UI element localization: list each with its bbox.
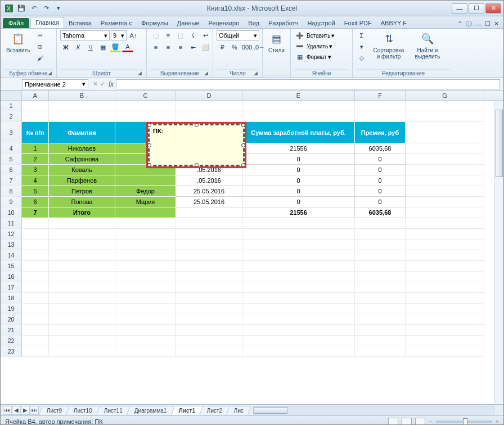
cell[interactable] [355, 250, 406, 261]
cell[interactable] [22, 346, 49, 357]
resize-handle[interactable] [147, 143, 151, 147]
cell[interactable] [242, 293, 355, 304]
cell[interactable] [22, 229, 49, 239]
cell[interactable] [176, 250, 242, 261]
wb-minimize-icon[interactable]: — [475, 21, 482, 28]
th-salary[interactable]: Сумма заработной платы, руб. [242, 122, 355, 143]
font-size-combo[interactable]: 9▾ [111, 30, 127, 40]
tab-abbyy[interactable]: ABBYY F [376, 18, 411, 28]
qat-dropdown-icon[interactable]: ▾ [53, 3, 64, 13]
sheet-tab[interactable]: Диаграмма1 [127, 406, 174, 415]
align-top-icon[interactable]: ⬚ [150, 30, 161, 40]
border-icon[interactable]: ▦ [97, 42, 109, 52]
cell[interactable] [22, 261, 49, 272]
cell[interactable] [355, 261, 406, 272]
cell[interactable] [176, 272, 242, 282]
vertical-scrollbar[interactable] [494, 101, 503, 404]
fx-icon[interactable]: fx [109, 80, 114, 88]
align-mid-icon[interactable]: ≡ [163, 30, 174, 40]
cell[interactable] [355, 325, 406, 336]
tab-review[interactable]: Рецензиро [204, 18, 244, 28]
resize-handle[interactable] [147, 123, 151, 127]
paste-button[interactable]: 📋 Вставить [4, 30, 32, 55]
cell[interactable] [49, 218, 115, 229]
ribbon-minimize-icon[interactable]: ⌃ [457, 20, 462, 28]
cell[interactable] [49, 325, 115, 336]
help-icon[interactable]: ⓘ [466, 20, 472, 28]
italic-icon[interactable]: К [73, 42, 84, 52]
number-format-combo[interactable]: Общий▾ [217, 30, 259, 40]
cell[interactable] [49, 239, 115, 250]
percent-icon[interactable]: % [229, 42, 240, 52]
align-left-icon[interactable]: ≡ [150, 42, 161, 52]
format-cells-icon[interactable]: ▦ [294, 52, 305, 62]
delete-cells-icon[interactable]: ➖ [294, 41, 305, 51]
row-header[interactable]: 21 [1, 325, 22, 336]
find-select-button[interactable]: 🔍 Найти и выделить [410, 30, 445, 61]
cell[interactable] [115, 261, 176, 272]
tab-nav-prev-icon[interactable]: ◀ [12, 406, 21, 415]
cancel-icon[interactable]: ✕ [93, 80, 98, 88]
cell[interactable] [22, 282, 49, 293]
orientation-icon[interactable]: ⤹ [187, 30, 199, 40]
row-header[interactable]: 19 [1, 304, 22, 314]
cell[interactable] [176, 261, 242, 272]
sheet-tab[interactable]: Лис [226, 406, 251, 415]
cell[interactable] [176, 218, 242, 229]
insert-cells-icon[interactable]: ➕ [294, 30, 305, 40]
cell[interactable] [49, 282, 115, 293]
cell[interactable] [406, 282, 484, 293]
cell[interactable] [406, 250, 484, 261]
autosum-icon[interactable]: Σ [356, 30, 367, 40]
wb-close-icon[interactable]: ✕ [494, 20, 499, 28]
cell[interactable] [115, 336, 176, 346]
row-header[interactable]: 3 [1, 122, 22, 143]
cell[interactable] [242, 218, 355, 229]
zoom-in-icon[interactable]: + [496, 418, 499, 425]
cell[interactable] [22, 239, 49, 250]
tab-home[interactable]: Главная [30, 17, 64, 28]
resize-handle[interactable] [241, 123, 245, 127]
cell[interactable] [22, 250, 49, 261]
align-right-icon[interactable]: ≡ [175, 42, 186, 52]
tab-nav-last-icon[interactable]: ⏭ [30, 406, 39, 415]
cell[interactable] [355, 282, 406, 293]
save-icon[interactable]: 💾 [16, 3, 26, 13]
cell[interactable] [242, 314, 355, 325]
cell[interactable] [406, 293, 484, 304]
row-header[interactable]: 7 [1, 175, 22, 186]
cell[interactable] [355, 346, 406, 357]
cell[interactable] [115, 314, 176, 325]
tab-developer[interactable]: Разработч [264, 18, 303, 28]
col-header[interactable]: B [49, 91, 115, 100]
col-header[interactable]: C [115, 91, 176, 100]
tab-layout[interactable]: Разметка с [96, 18, 137, 28]
cell[interactable] [49, 336, 115, 346]
row-header[interactable]: 15 [1, 261, 22, 272]
tab-nav-first-icon[interactable]: ⏮ [3, 406, 12, 415]
bold-icon[interactable]: Ж [60, 42, 71, 52]
minimize-button[interactable]: — [452, 3, 467, 13]
currency-icon[interactable]: ₽ [217, 42, 228, 52]
row-header[interactable]: 2 [1, 111, 22, 122]
align-bot-icon[interactable]: ⬚ [175, 30, 186, 40]
cell[interactable] [49, 272, 115, 282]
cell[interactable] [406, 304, 484, 314]
sheet-tab[interactable]: Лист2 [199, 406, 230, 415]
cell[interactable] [242, 272, 355, 282]
cell[interactable] [242, 282, 355, 293]
cell[interactable] [406, 346, 484, 357]
launcher-icon[interactable]: ◢ [46, 70, 53, 77]
cell[interactable] [22, 218, 49, 229]
maximize-button[interactable]: ☐ [469, 3, 484, 13]
resize-handle[interactable] [147, 163, 151, 167]
cell[interactable] [115, 304, 176, 314]
cell[interactable] [49, 250, 115, 261]
cell[interactable] [176, 314, 242, 325]
wrap-text-icon[interactable]: ↩ [200, 30, 211, 40]
cell[interactable] [242, 325, 355, 336]
cell[interactable] [115, 250, 176, 261]
cell[interactable] [242, 239, 355, 250]
cell[interactable] [355, 218, 406, 229]
cell[interactable] [406, 261, 484, 272]
